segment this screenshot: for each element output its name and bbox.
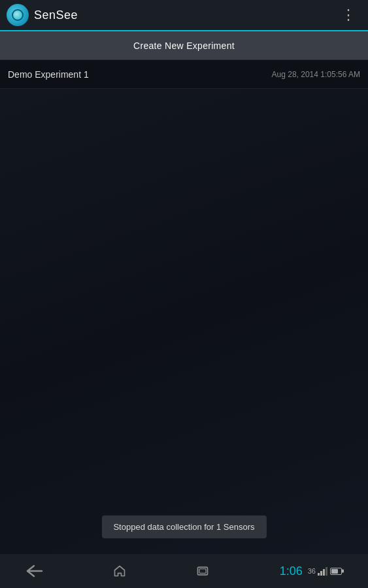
back-button[interactable] <box>26 564 43 578</box>
app-title: SenSee <box>34 8 78 22</box>
app-bar-left: SenSee <box>7 4 78 26</box>
experiment-timestamp: Aug 28, 2014 1:05:56 AM <box>272 70 360 79</box>
create-experiment-label: Create New Experiment <box>133 41 235 51</box>
recents-icon <box>196 564 209 578</box>
battery-fill <box>331 569 338 574</box>
signal-bars-icon <box>318 566 328 576</box>
experiment-name: Demo Experiment 1 <box>8 69 89 80</box>
nav-bar-right: 1:06 36 <box>280 564 342 578</box>
experiment-list: Demo Experiment 1 Aug 28, 2014 1:05:56 A… <box>0 60 368 89</box>
signal-battery: 36 <box>308 566 342 576</box>
main-content <box>0 89 368 554</box>
app-icon <box>7 4 29 26</box>
toast-message: Stopped data collection for 1 Sensors <box>113 522 254 532</box>
nav-bar: 1:06 36 <box>0 554 368 588</box>
app-bar: SenSee ⋮ <box>0 0 368 31</box>
svg-rect-6 <box>326 567 327 576</box>
svg-rect-2 <box>199 569 206 574</box>
experiment-list-item[interactable]: Demo Experiment 1 Aug 28, 2014 1:05:56 A… <box>0 60 368 89</box>
svg-rect-3 <box>318 573 320 576</box>
battery-icon <box>330 568 342 575</box>
app-icon-inner <box>12 9 24 21</box>
time-display: 1:06 <box>280 564 303 578</box>
back-icon <box>26 564 43 578</box>
home-icon <box>113 564 126 578</box>
home-button[interactable] <box>113 564 126 578</box>
recents-button[interactable] <box>196 564 209 578</box>
svg-rect-5 <box>323 569 325 576</box>
toast-notification: Stopped data collection for 1 Sensors <box>101 515 266 538</box>
svg-rect-4 <box>320 571 322 576</box>
create-experiment-button[interactable]: Create New Experiment <box>0 31 368 60</box>
signal-strength: 36 <box>308 567 316 575</box>
overflow-menu-button[interactable]: ⋮ <box>336 5 361 25</box>
